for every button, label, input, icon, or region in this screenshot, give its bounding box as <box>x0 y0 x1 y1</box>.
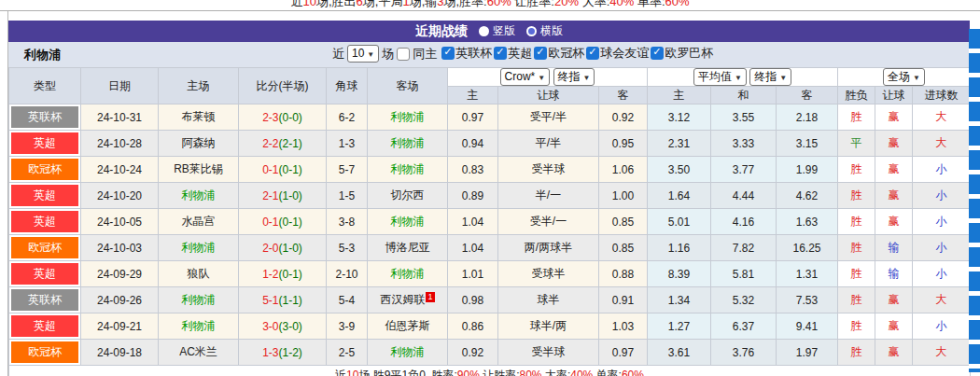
bookmaker-select[interactable]: Crow*▼ <box>500 68 551 86</box>
competition-checkbox-item[interactable]: 英联杯 <box>441 45 492 62</box>
result-goals-cell: 大 <box>913 287 971 313</box>
home-team-cell[interactable]: 阿森纳 <box>159 131 239 157</box>
avg-home-odds-cell: 1.16 <box>648 235 711 261</box>
result-goals-cell: 大 <box>913 131 971 157</box>
view-option-horizontal[interactable]: 横版 <box>526 23 563 39</box>
corners-cell: 2-10 <box>327 261 368 287</box>
checkbox-icon[interactable] <box>441 47 455 60</box>
summary-segment: 场,胜9平1负0, 胜率: <box>358 369 456 376</box>
results-tbody: 英联杯24-10-31布莱顿2-3(0-0)6-2利物浦0.97受平/半0.92… <box>9 104 971 366</box>
result-handicap-cell: 赢 <box>875 104 913 131</box>
home-team-cell[interactable]: 利物浦 <box>159 287 239 313</box>
result-wdl-cell: 胜 <box>838 157 875 183</box>
chevron-down-icon: ▼ <box>583 74 591 82</box>
home-team-cell[interactable]: 利物浦 <box>159 313 239 340</box>
score-cell[interactable]: 2-0(1-0) <box>239 235 327 261</box>
competition-checkbox-item[interactable]: 英超 <box>494 45 532 62</box>
league-badge: 英超 <box>11 211 78 232</box>
summary-segment: 90% <box>457 369 480 376</box>
date-cell: 24-09-18 <box>81 340 159 366</box>
checkbox-icon[interactable] <box>534 47 547 60</box>
summary-segment: 近 <box>335 369 346 376</box>
score-cell[interactable]: 2-1(1-0) <box>239 183 327 209</box>
score-cell[interactable]: 1-3(1-2) <box>239 340 327 366</box>
corners-cell: 5-4 <box>327 287 368 313</box>
europe-stage-select[interactable]: 终指▼ <box>749 68 791 86</box>
away-team-cell[interactable]: 利物浦 <box>368 209 448 235</box>
home-team-cell[interactable]: 狼队 <box>159 261 239 287</box>
avg-away-odds-cell: 3.15 <box>777 131 838 157</box>
score-cell[interactable]: 0-1(0-1) <box>239 209 327 235</box>
league-badge-cell: 英联杯 <box>9 104 81 131</box>
handicap-home-odds-cell: 0.89 <box>448 183 498 209</box>
handicap-away-odds-cell: 0.85 <box>599 235 648 261</box>
competition-checkbox-item[interactable]: 球会友谊 <box>586 45 649 62</box>
competition-checkbox-item[interactable]: 欧罗巴杯 <box>651 45 713 62</box>
away-team-cell[interactable]: 伯恩茅斯 <box>368 313 448 340</box>
handicap-home-odds-cell: 0.86 <box>448 313 498 340</box>
avg-home-odds-cell: 1.34 <box>648 287 711 313</box>
halftime-score: (1-0) <box>279 189 302 202</box>
result-wdl-cell: 胜 <box>838 313 875 340</box>
view-option-vertical[interactable]: 竖版 <box>479 23 515 39</box>
fulltime-score: 0-1 <box>262 216 278 229</box>
score-cell[interactable]: 3-0(3-0) <box>239 313 327 340</box>
score-cell[interactable]: 2-2(2-1) <box>239 131 327 157</box>
fulltime-score: 1-3 <box>262 346 278 359</box>
radio-selected-icon[interactable] <box>479 26 489 36</box>
home-team-cell[interactable]: 布莱顿 <box>159 104 239 131</box>
corners-cell: 5-7 <box>327 157 368 183</box>
handicap-stage-select[interactable]: 终指▼ <box>553 68 595 86</box>
fulltime-score: 2-3 <box>262 111 278 124</box>
date-cell: 24-10-03 <box>81 235 159 261</box>
score-cell[interactable]: 5-1(1-1) <box>239 287 327 313</box>
competition-checkbox-item[interactable]: 欧冠杯 <box>534 45 584 62</box>
table-row: 欧冠杯24-09-18AC米兰1-3(1-2)2-5利物浦0.92受半球0.97… <box>9 340 971 366</box>
score-cell[interactable]: 1-2(0-1) <box>239 261 327 287</box>
section-title: 近期战绩 <box>415 23 468 40</box>
checkbox-icon[interactable] <box>494 47 507 60</box>
average-select[interactable]: 平均值▼ <box>693 68 747 86</box>
avg-home-odds-cell: 1.64 <box>648 183 711 209</box>
handicap-home-odds-cell: 1.04 <box>448 209 498 235</box>
handicap-away-odds-cell: 0.91 <box>599 287 648 313</box>
date-cell: 24-10-28 <box>81 131 159 157</box>
away-team-cell[interactable]: 切尔西 <box>368 183 448 209</box>
corners-cell: 1-3 <box>327 131 368 157</box>
result-handicap-cell: 赢 <box>875 209 913 235</box>
halftime-score: (1-2) <box>279 346 302 359</box>
checkbox-icon[interactable] <box>651 47 664 60</box>
home-team-cell[interactable]: RB莱比锡 <box>159 157 239 183</box>
result-wdl-cell: 胜 <box>838 235 875 261</box>
away-team-cell[interactable]: 利物浦 <box>368 131 448 157</box>
card-badge: 1 <box>426 292 434 302</box>
view-option-vertical-label: 竖版 <box>493 23 515 39</box>
home-team-cell[interactable]: 利物浦 <box>159 183 239 209</box>
home-team-cell[interactable]: 水晶宫 <box>159 209 239 235</box>
league-badge: 欧冠杯 <box>11 237 78 258</box>
home-team-cell[interactable]: AC米兰 <box>159 340 239 366</box>
fulltime-select[interactable]: 全场▼ <box>883 68 925 86</box>
league-badge: 欧冠杯 <box>11 159 78 180</box>
away-team-cell[interactable]: 西汉姆联1 <box>368 287 448 313</box>
away-team-cell[interactable]: 利物浦 <box>368 261 448 287</box>
col-header-home: 主场 <box>159 68 239 104</box>
away-team-cell[interactable]: 利物浦 <box>368 104 448 131</box>
competition-label: 欧冠杯 <box>548 45 584 62</box>
score-cell[interactable]: 0-1(0-1) <box>239 157 327 183</box>
handicap-line-cell: 两/两球半 <box>498 235 599 261</box>
home-team-cell[interactable]: 利物浦 <box>159 235 239 261</box>
away-team-cell[interactable]: 利物浦 <box>368 340 448 366</box>
summary-segment: 10 <box>346 369 358 376</box>
date-cell: 24-10-20 <box>81 183 159 209</box>
summary-segment: 6 <box>357 0 363 8</box>
match-count-select[interactable]: 10▼ <box>347 45 379 63</box>
col-header-score: 比分(半场) <box>239 68 327 104</box>
score-cell[interactable]: 2-3(0-0) <box>239 104 327 131</box>
sub-header-odds-draw: 和 <box>711 87 777 104</box>
checkbox-icon[interactable] <box>586 47 599 60</box>
away-team-cell[interactable]: 利物浦 <box>368 157 448 183</box>
away-team-cell[interactable]: 博洛尼亚 <box>368 235 448 261</box>
same-host-checkbox[interactable] <box>397 48 410 61</box>
radio-unselected-icon[interactable] <box>526 26 537 36</box>
